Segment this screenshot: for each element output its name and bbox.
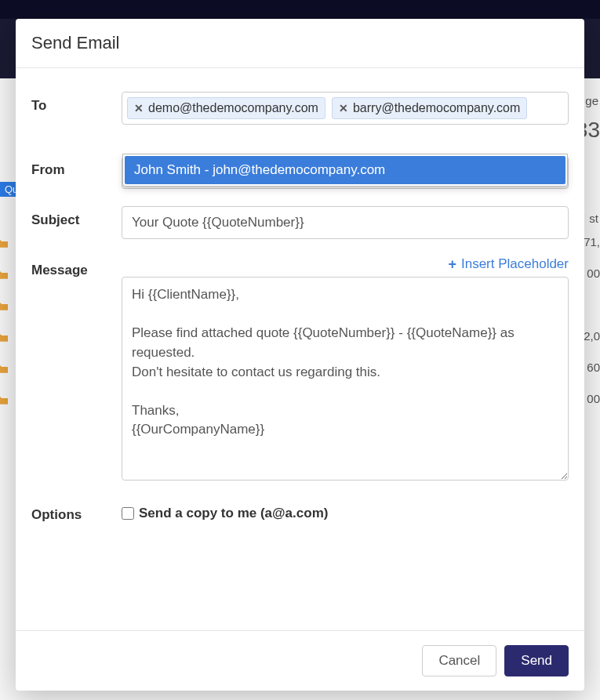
- label-from: From: [31, 156, 122, 178]
- remove-tag-icon[interactable]: ✕: [134, 102, 144, 114]
- row-to: To ✕ demo@thedemocompany.com ✕ barry@the…: [31, 92, 569, 125]
- bg-text: 00: [587, 392, 600, 405]
- send-copy-checkbox[interactable]: [122, 507, 134, 520]
- email-tag-text: barry@thedemocompany.com: [353, 101, 520, 115]
- send-email-modal: Send Email To ✕ demo@thedemocompany.com …: [16, 19, 584, 691]
- email-tag: ✕ barry@thedemocompany.com: [332, 97, 527, 119]
- insert-placeholder-link[interactable]: + Insert Placeholder: [448, 256, 569, 272]
- folder-icon: [0, 270, 8, 279]
- autocomplete-dropdown: John Smith - john@thedemocompany.com: [122, 154, 568, 187]
- label-to: To: [31, 92, 122, 114]
- label-subject: Subject: [31, 206, 122, 228]
- folder-icon: [0, 333, 8, 342]
- remove-tag-icon[interactable]: ✕: [339, 102, 348, 114]
- folder-icon: [0, 302, 8, 310]
- modal-title: Send Email: [16, 19, 584, 68]
- folder-icon: [0, 239, 8, 248]
- to-input[interactable]: ✕ demo@thedemocompany.com ✕ barry@thedem…: [122, 92, 569, 125]
- insert-placeholder-label: Insert Placeholder: [461, 256, 569, 272]
- bg-text: ge: [585, 94, 598, 107]
- folder-icon: [0, 396, 8, 404]
- row-message: Message + Insert Placeholder: [31, 256, 569, 484]
- row-options: Options Send a copy to me (a@a.com): [31, 501, 569, 523]
- subject-input[interactable]: [122, 206, 569, 239]
- modal-footer: Cancel Send: [16, 630, 584, 691]
- email-tag: ✕ demo@thedemocompany.com: [127, 97, 325, 119]
- cancel-button[interactable]: Cancel: [422, 645, 496, 676]
- bg-text: 2,0: [584, 329, 600, 343]
- send-button[interactable]: Send: [504, 645, 569, 676]
- autocomplete-item[interactable]: John Smith - john@thedemocompany.com: [125, 156, 565, 184]
- bg-text: st: [589, 212, 598, 225]
- send-copy-label: Send a copy to me (a@a.com): [139, 506, 328, 521]
- folder-icon: [0, 365, 8, 373]
- modal-body: To ✕ demo@thedemocompany.com ✕ barry@the…: [16, 68, 584, 630]
- row-subject: Subject: [31, 206, 569, 239]
- label-message: Message: [31, 256, 122, 278]
- bg-text: 71,: [584, 235, 600, 248]
- email-tag-text: demo@thedemocompany.com: [148, 101, 318, 115]
- plus-icon: +: [448, 257, 456, 271]
- message-textarea[interactable]: [122, 277, 569, 481]
- bg-text: 00: [587, 267, 600, 280]
- label-options: Options: [31, 501, 122, 523]
- bg-text: 60: [587, 361, 600, 374]
